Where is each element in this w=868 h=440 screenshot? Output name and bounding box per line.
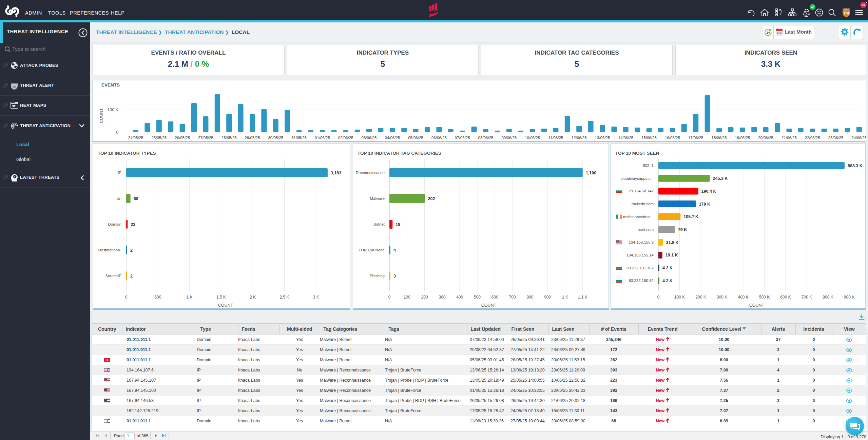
svg-text:26/05/25: 26/05/25 (175, 136, 190, 140)
svg-text:4.2 K: 4.2 K (662, 266, 673, 270)
svg-text:24: 24 (766, 31, 770, 34)
svg-text:400 K: 400 K (738, 295, 748, 300)
svg-text:1.5 K: 1.5 K (216, 295, 226, 300)
svg-text:TOR Exit Node: TOR Exit Node (359, 248, 385, 252)
svg-text:79 K: 79 K (678, 227, 687, 232)
svg-text:20/06/25: 20/06/25 (758, 136, 773, 140)
svg-text:TA: TA (13, 85, 16, 88)
svg-text:COUNT: COUNT (218, 303, 233, 308)
svg-text:Botnet: Botnet (373, 222, 385, 226)
svg-text:24/06/25: 24/06/25 (851, 136, 866, 140)
svg-text:245.3 K: 245.3 K (713, 176, 728, 181)
svg-text:202: 202 (428, 196, 435, 201)
svg-text:COUNT: COUNT (99, 108, 104, 123)
svg-text:600 K: 600 K (780, 295, 791, 300)
svg-text:3: 3 (393, 274, 396, 279)
svg-text:500: 500 (474, 295, 481, 300)
svg-text:12/06/25: 12/06/25 (572, 136, 587, 140)
svg-text:22/06/25: 22/06/25 (805, 136, 820, 140)
svg-text:2.5 K: 2.5 K (279, 295, 289, 300)
svg-text:179 K: 179 K (699, 202, 710, 207)
svg-text:200: 200 (421, 295, 428, 300)
svg-text:02/06/25: 02/06/25 (338, 136, 353, 140)
svg-text:18: 18 (396, 222, 400, 227)
svg-text:21.8 K: 21.8 K (666, 240, 679, 245)
svg-text:01/06/25: 01/06/25 (315, 136, 330, 140)
svg-text:31/05/25: 31/05/25 (291, 136, 307, 140)
svg-text:08/06/25: 08/06/25 (478, 136, 494, 140)
svg-text:2: 2 (130, 248, 133, 253)
svg-text:SHIELD: SHIELD (844, 8, 849, 10)
svg-text:EVENTS: EVENTS (101, 82, 120, 88)
svg-text:TOP 10 INDICATOR TYPES: TOP 10 INDICATOR TYPES (98, 151, 156, 156)
svg-text:104.156.155.9: 104.156.155.9 (629, 240, 654, 244)
svg-text:TOP 10 INDICATOR TAG CATEGORIE: TOP 10 INDICATOR TAG CATEGORIES (358, 151, 441, 156)
svg-text:21/06/25: 21/06/25 (782, 136, 797, 140)
svg-text:0: 0 (657, 295, 660, 300)
svg-text:105.7 K: 105.7 K (683, 214, 698, 219)
svg-text:300 K: 300 K (717, 295, 727, 300)
svg-text:25/05/25: 25/05/25 (151, 136, 167, 140)
svg-text:07/06/25: 07/06/25 (455, 136, 470, 140)
svg-text:16/06/25: 16/06/25 (665, 136, 680, 140)
svg-text:04/06/25: 04/06/25 (385, 136, 400, 140)
svg-text:900 K: 900 K (844, 295, 854, 300)
svg-text:msftconnecttest...: msftconnecttest... (623, 215, 654, 219)
svg-text:eset.com: eset.com (638, 228, 654, 232)
svg-text:06/06/25: 06/06/25 (431, 136, 447, 140)
svg-text:03/06/25: 03/06/25 (362, 136, 377, 140)
svg-text:300: 300 (439, 295, 445, 300)
svg-text:Reconnaissance: Reconnaissance (356, 171, 385, 175)
svg-text:3,183: 3,183 (331, 171, 341, 175)
svg-text:2 K: 2 K (250, 295, 256, 300)
svg-text:3 K: 3 K (313, 295, 319, 300)
svg-text:10/06/25: 10/06/25 (525, 136, 540, 140)
svg-text:19.1 K: 19.1 K (666, 253, 678, 257)
svg-text:23/06/25: 23/06/25 (828, 136, 844, 140)
svg-text:83.222.191.162: 83.222.191.162 (626, 266, 654, 270)
svg-text:600: 600 (491, 295, 498, 300)
svg-text:18/06/25: 18/06/25 (712, 136, 727, 140)
svg-text:200 K: 200 K (695, 295, 706, 300)
svg-text:700: 700 (509, 295, 516, 300)
svg-text:800 K: 800 K (823, 295, 833, 300)
svg-text:1,100: 1,100 (586, 171, 596, 175)
svg-text:DestinationIP: DestinationIP (98, 248, 122, 252)
svg-text:28/05/25: 28/05/25 (221, 136, 237, 140)
svg-text:0: 0 (125, 295, 128, 300)
svg-text:1.1 K: 1.1 K (578, 295, 587, 300)
svg-text:2: 2 (130, 274, 133, 279)
svg-text:15/06/25: 15/06/25 (641, 136, 657, 140)
svg-text:400: 400 (456, 295, 463, 300)
svg-text:19/06/25: 19/06/25 (735, 136, 750, 140)
svg-text:190.4 K: 190.4 K (701, 189, 716, 194)
svg-text:Malware: Malware (370, 196, 385, 200)
svg-text:800: 800 (526, 295, 533, 300)
svg-text:COUNT: COUNT (481, 303, 497, 308)
svg-text:0: 0 (388, 295, 391, 300)
svg-text:4: 4 (393, 248, 396, 253)
svg-text:05/06/25: 05/06/25 (408, 136, 423, 140)
svg-text:27/05/25: 27/05/25 (198, 136, 213, 140)
svg-text:4.2 K: 4.2 K (662, 279, 673, 283)
svg-text:IP: IP (118, 171, 121, 175)
svg-text:14/06/25: 14/06/25 (618, 136, 633, 140)
svg-text:700 K: 700 K (802, 295, 812, 300)
svg-text:17/06/25: 17/06/25 (688, 136, 703, 140)
svg-text:Uri: Uri (116, 196, 121, 200)
svg-text:1 K: 1 K (187, 295, 193, 300)
svg-text:13/06/25: 13/06/25 (595, 136, 610, 140)
svg-text:100 K: 100 K (674, 295, 685, 300)
svg-text:104.156.155.14: 104.156.155.14 (626, 253, 654, 257)
svg-text:rackcdn.com: rackcdn.com (632, 202, 654, 206)
svg-text:900: 900 (544, 295, 551, 300)
svg-text:500 K: 500 K (759, 295, 770, 300)
svg-text:79.124.58.142: 79.124.58.142 (629, 189, 654, 193)
svg-text:100 K: 100 K (107, 108, 118, 112)
svg-text:SourceIP: SourceIP (105, 274, 122, 278)
svg-text:11/06/25: 11/06/25 (548, 136, 563, 140)
svg-text:Phishing: Phishing (370, 274, 385, 278)
svg-text:24/05/25: 24/05/25 (128, 136, 143, 140)
svg-text:68: 68 (134, 196, 138, 201)
svg-text:09/06/25: 09/06/25 (501, 136, 517, 140)
